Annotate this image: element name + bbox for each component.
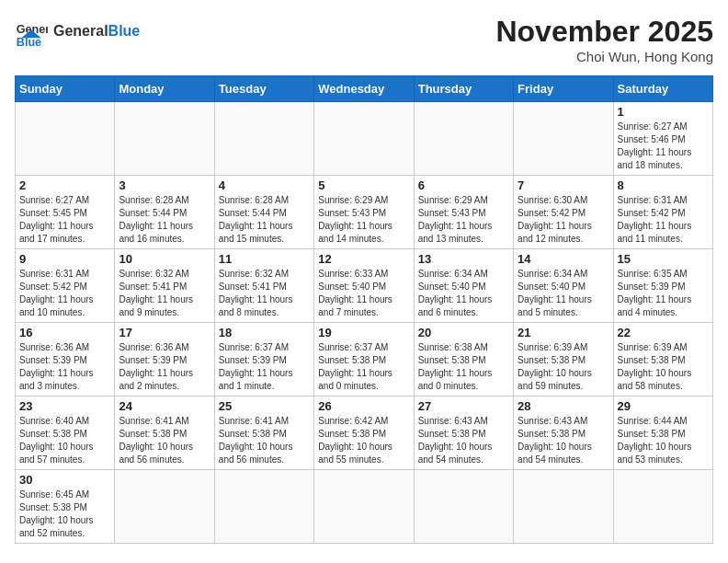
calendar-cell	[115, 470, 214, 544]
day-number: 28	[518, 399, 609, 413]
day-number: 24	[119, 399, 210, 413]
day-info: Sunrise: 6:41 AMSunset: 5:38 PMDaylight:…	[119, 415, 210, 466]
day-info: Sunrise: 6:38 AMSunset: 5:38 PMDaylight:…	[418, 341, 509, 393]
day-number: 13	[418, 252, 509, 266]
day-info: Sunrise: 6:37 AMSunset: 5:38 PMDaylight:…	[318, 341, 409, 393]
calendar-cell	[214, 102, 313, 176]
day-number: 26	[318, 399, 409, 413]
col-saturday: Saturday	[613, 76, 712, 102]
day-info: Sunrise: 6:37 AMSunset: 5:39 PMDaylight:…	[219, 341, 310, 393]
calendar-cell: 4Sunrise: 6:28 AMSunset: 5:44 PMDaylight…	[214, 176, 313, 249]
day-number: 25	[219, 399, 310, 413]
calendar-cell: 16Sunrise: 6:36 AMSunset: 5:39 PMDayligh…	[16, 323, 115, 396]
day-info: Sunrise: 6:35 AMSunset: 5:39 PMDaylight:…	[618, 268, 709, 319]
day-number: 10	[119, 252, 210, 266]
calendar-cell: 2Sunrise: 6:27 AMSunset: 5:45 PMDaylight…	[16, 176, 115, 249]
day-info: Sunrise: 6:43 AMSunset: 5:38 PMDaylight:…	[518, 415, 609, 466]
day-number: 16	[19, 326, 110, 339]
calendar-header-row: Sunday Monday Tuesday Wednesday Thursday…	[16, 76, 713, 102]
calendar-cell: 20Sunrise: 6:38 AMSunset: 5:38 PMDayligh…	[414, 323, 513, 396]
calendar-cell: 15Sunrise: 6:35 AMSunset: 5:39 PMDayligh…	[613, 249, 712, 323]
day-number: 4	[219, 178, 310, 192]
calendar-cell: 5Sunrise: 6:29 AMSunset: 5:43 PMDaylight…	[314, 176, 414, 249]
day-info: Sunrise: 6:34 AMSunset: 5:40 PMDaylight:…	[518, 268, 609, 319]
calendar-cell: 10Sunrise: 6:32 AMSunset: 5:41 PMDayligh…	[115, 249, 214, 323]
day-info: Sunrise: 6:39 AMSunset: 5:38 PMDaylight:…	[518, 341, 609, 393]
day-number: 8	[618, 178, 709, 192]
day-info: Sunrise: 6:32 AMSunset: 5:41 PMDaylight:…	[119, 268, 210, 319]
calendar-cell: 18Sunrise: 6:37 AMSunset: 5:39 PMDayligh…	[214, 323, 313, 396]
day-info: Sunrise: 6:31 AMSunset: 5:42 PMDaylight:…	[618, 194, 709, 246]
logo: General Blue GeneralBlue	[15, 15, 140, 48]
day-info: Sunrise: 6:28 AMSunset: 5:44 PMDaylight:…	[119, 194, 210, 246]
calendar-cell: 11Sunrise: 6:32 AMSunset: 5:41 PMDayligh…	[214, 249, 313, 323]
calendar-cell: 9Sunrise: 6:31 AMSunset: 5:42 PMDaylight…	[16, 249, 115, 323]
calendar-cell	[613, 470, 712, 544]
day-number: 29	[618, 399, 709, 413]
day-number: 18	[219, 326, 310, 339]
day-info: Sunrise: 6:36 AMSunset: 5:39 PMDaylight:…	[119, 341, 210, 393]
calendar-cell: 21Sunrise: 6:39 AMSunset: 5:38 PMDayligh…	[514, 323, 613, 396]
col-sunday: Sunday	[16, 76, 115, 102]
calendar-cell	[414, 102, 513, 176]
day-number: 27	[418, 399, 509, 413]
col-tuesday: Tuesday	[214, 76, 313, 102]
page-header: General Blue GeneralBlue November 2025 C…	[15, 15, 713, 64]
day-number: 1	[618, 105, 709, 119]
calendar-cell: 27Sunrise: 6:43 AMSunset: 5:38 PMDayligh…	[414, 396, 513, 470]
day-number: 19	[318, 326, 409, 339]
calendar-cell	[314, 470, 414, 544]
day-info: Sunrise: 6:29 AMSunset: 5:43 PMDaylight:…	[418, 194, 509, 246]
day-number: 11	[219, 252, 310, 266]
col-monday: Monday	[115, 76, 214, 102]
day-number: 15	[618, 252, 709, 266]
day-info: Sunrise: 6:34 AMSunset: 5:40 PMDaylight:…	[418, 268, 509, 319]
calendar-table: Sunday Monday Tuesday Wednesday Thursday…	[15, 75, 713, 544]
day-number: 21	[518, 326, 609, 339]
day-info: Sunrise: 6:32 AMSunset: 5:41 PMDaylight:…	[219, 268, 310, 319]
day-info: Sunrise: 6:42 AMSunset: 5:38 PMDaylight:…	[318, 415, 409, 466]
month-year-title: November 2025	[495, 15, 713, 49]
calendar-cell: 26Sunrise: 6:42 AMSunset: 5:38 PMDayligh…	[314, 396, 414, 470]
day-info: Sunrise: 6:44 AMSunset: 5:38 PMDaylight:…	[618, 415, 709, 466]
calendar-cell	[414, 470, 513, 544]
calendar-cell: 22Sunrise: 6:39 AMSunset: 5:38 PMDayligh…	[613, 323, 712, 396]
calendar-cell	[514, 470, 613, 544]
day-number: 6	[418, 178, 509, 192]
day-number: 5	[318, 178, 409, 192]
calendar-cell: 25Sunrise: 6:41 AMSunset: 5:38 PMDayligh…	[214, 396, 313, 470]
day-info: Sunrise: 6:33 AMSunset: 5:40 PMDaylight:…	[318, 268, 409, 319]
title-block: November 2025 Choi Wun, Hong Kong	[495, 15, 713, 64]
logo-general-text: GeneralBlue	[53, 23, 140, 40]
day-number: 12	[318, 252, 409, 266]
day-info: Sunrise: 6:30 AMSunset: 5:42 PMDaylight:…	[518, 194, 609, 246]
day-info: Sunrise: 6:27 AMSunset: 5:46 PMDaylight:…	[618, 121, 709, 172]
day-number: 2	[19, 178, 110, 192]
day-info: Sunrise: 6:39 AMSunset: 5:38 PMDaylight:…	[618, 341, 709, 393]
calendar-cell: 23Sunrise: 6:40 AMSunset: 5:38 PMDayligh…	[16, 396, 115, 470]
day-info: Sunrise: 6:41 AMSunset: 5:38 PMDaylight:…	[219, 415, 310, 466]
calendar-cell: 19Sunrise: 6:37 AMSunset: 5:38 PMDayligh…	[314, 323, 414, 396]
calendar-cell: 29Sunrise: 6:44 AMSunset: 5:38 PMDayligh…	[613, 396, 712, 470]
calendar-cell	[115, 102, 214, 176]
calendar-cell	[514, 102, 613, 176]
col-thursday: Thursday	[414, 76, 513, 102]
day-info: Sunrise: 6:29 AMSunset: 5:43 PMDaylight:…	[318, 194, 409, 246]
calendar-cell	[314, 102, 414, 176]
calendar-cell: 28Sunrise: 6:43 AMSunset: 5:38 PMDayligh…	[514, 396, 613, 470]
day-info: Sunrise: 6:36 AMSunset: 5:39 PMDaylight:…	[19, 341, 110, 393]
location-subtitle: Choi Wun, Hong Kong	[495, 49, 713, 64]
calendar-cell: 6Sunrise: 6:29 AMSunset: 5:43 PMDaylight…	[414, 176, 513, 249]
day-number: 14	[518, 252, 609, 266]
day-info: Sunrise: 6:40 AMSunset: 5:38 PMDaylight:…	[19, 415, 110, 466]
col-wednesday: Wednesday	[314, 76, 414, 102]
calendar-cell: 7Sunrise: 6:30 AMSunset: 5:42 PMDaylight…	[514, 176, 613, 249]
calendar-cell: 1Sunrise: 6:27 AMSunset: 5:46 PMDaylight…	[613, 102, 712, 176]
day-info: Sunrise: 6:43 AMSunset: 5:38 PMDaylight:…	[418, 415, 509, 466]
calendar-cell: 14Sunrise: 6:34 AMSunset: 5:40 PMDayligh…	[514, 249, 613, 323]
svg-text:Blue: Blue	[17, 36, 41, 48]
calendar-cell: 24Sunrise: 6:41 AMSunset: 5:38 PMDayligh…	[115, 396, 214, 470]
day-number: 7	[518, 178, 609, 192]
calendar-cell: 17Sunrise: 6:36 AMSunset: 5:39 PMDayligh…	[115, 323, 214, 396]
calendar-cell: 30Sunrise: 6:45 AMSunset: 5:38 PMDayligh…	[16, 470, 115, 544]
